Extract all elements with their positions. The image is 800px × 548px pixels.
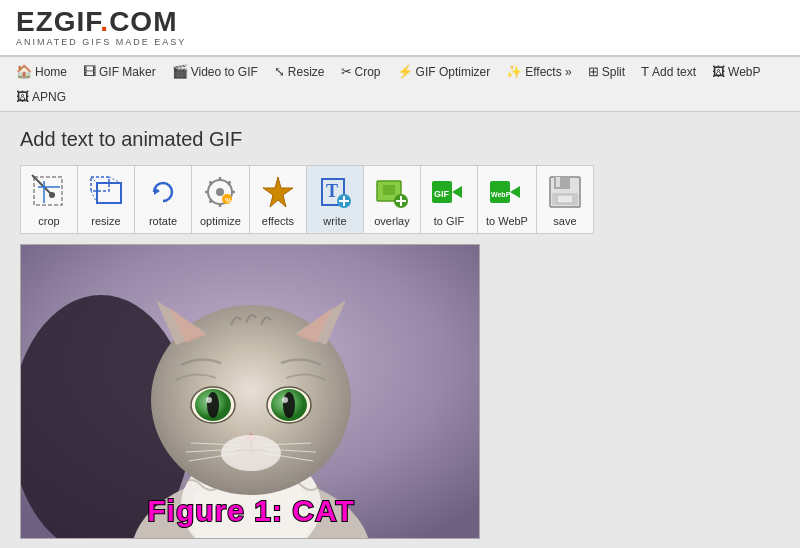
apng-icon: 🖼 — [16, 89, 29, 104]
crop-nav-icon: ✂ — [341, 64, 352, 79]
tool-resize[interactable]: resize — [78, 166, 135, 233]
effects-nav-icon: ✨ — [506, 64, 522, 79]
tool-optimize-label: optimize — [200, 215, 241, 227]
svg-point-58 — [206, 397, 212, 403]
nav-gif-optimizer[interactable]: ⚡ GIF Optimizer — [391, 61, 497, 82]
nav-add-text-label: Add text — [652, 65, 696, 79]
nav-resize-label: Resize — [288, 65, 325, 79]
nav-effects[interactable]: ✨ Effects » — [500, 61, 577, 82]
tool-effects-label: effects — [262, 215, 294, 227]
nav-add-text[interactable]: T Add text — [635, 61, 702, 82]
svg-line-1 — [32, 175, 52, 195]
tool-write-label: write — [323, 215, 346, 227]
write-tool-icon: T — [315, 172, 355, 212]
svg-marker-35 — [452, 186, 462, 198]
svg-text:%: % — [225, 196, 232, 205]
tool-crop[interactable]: crop — [21, 166, 78, 233]
svg-text:WebP: WebP — [491, 191, 511, 198]
nav-home-label: Home — [35, 65, 67, 79]
save-tool-icon — [545, 172, 585, 212]
tool-to-webp-label: to WebP — [486, 215, 528, 227]
page-title: Add text to animated GIF — [20, 128, 780, 151]
tool-effects[interactable]: effects — [250, 166, 307, 233]
svg-marker-38 — [510, 186, 520, 198]
nav-video-to-gif-label: Video to GIF — [191, 65, 258, 79]
svg-rect-42 — [556, 177, 560, 187]
image-preview: Figure 1: CAT — [20, 244, 480, 539]
tool-optimize[interactable]: % optimize — [192, 166, 250, 233]
resize-nav-icon: ⤡ — [274, 64, 285, 79]
svg-point-57 — [207, 392, 219, 418]
nav-split[interactable]: ⊞ Split — [582, 61, 631, 82]
to-webp-tool-icon: WebP — [487, 172, 527, 212]
resize-tool-icon — [86, 172, 126, 212]
gif-maker-icon: 🎞 — [83, 64, 96, 79]
logo[interactable]: EZGIF.COM — [16, 8, 784, 36]
svg-marker-10 — [154, 187, 160, 195]
navbar: 🏠 Home 🎞 GIF Maker 🎬 Video to GIF ⤡ Resi… — [0, 57, 800, 112]
svg-point-61 — [283, 392, 295, 418]
svg-text:T: T — [326, 181, 338, 201]
video-icon: 🎬 — [172, 64, 188, 79]
to-gif-tool-icon: GIF — [429, 172, 469, 212]
overlay-tool-icon — [372, 172, 412, 212]
tool-rotate-label: rotate — [149, 215, 177, 227]
logo-subtitle: ANIMATED GIFS MADE EASY — [16, 37, 784, 47]
tool-overlay[interactable]: overlay — [364, 166, 421, 233]
tool-to-webp[interactable]: WebP to WebP — [478, 166, 537, 233]
nav-split-label: Split — [602, 65, 625, 79]
svg-text:GIF: GIF — [434, 189, 450, 199]
nav-effects-label: Effects » — [525, 65, 571, 79]
split-icon: ⊞ — [588, 64, 599, 79]
nav-resize[interactable]: ⤡ Resize — [268, 61, 331, 82]
effects-tool-icon — [258, 172, 298, 212]
tool-save[interactable]: save — [537, 166, 593, 233]
optimizer-icon: ⚡ — [397, 64, 413, 79]
svg-marker-23 — [263, 177, 293, 207]
nav-webp-label: WebP — [728, 65, 760, 79]
svg-text:Figure 1: CAT: Figure 1: CAT — [147, 494, 354, 527]
nav-webp[interactable]: 🖼 WebP — [706, 61, 766, 82]
rotate-tool-icon — [143, 172, 183, 212]
tool-to-gif-label: to GIF — [434, 215, 465, 227]
nav-gif-maker-label: GIF Maker — [99, 65, 156, 79]
tool-resize-label: resize — [91, 215, 120, 227]
nav-crop[interactable]: ✂ Crop — [335, 61, 387, 82]
nav-crop-label: Crop — [355, 65, 381, 79]
svg-rect-30 — [383, 185, 395, 195]
cat-image-svg: Figure 1: CAT — [21, 245, 480, 539]
header: EZGIF.COM ANIMATED GIFS MADE EASY — [0, 0, 800, 57]
nav-apng-label: APNG — [32, 90, 66, 104]
svg-point-73 — [221, 435, 281, 471]
tool-rotate[interactable]: rotate — [135, 166, 192, 233]
svg-point-2 — [49, 192, 55, 198]
nav-apng[interactable]: 🖼 APNG — [10, 86, 72, 107]
home-icon: 🏠 — [16, 64, 32, 79]
nav-gif-optimizer-label: GIF Optimizer — [416, 65, 491, 79]
svg-point-12 — [216, 188, 224, 196]
optimize-tool-icon: % — [200, 172, 240, 212]
nav-gif-maker[interactable]: 🎞 GIF Maker — [77, 61, 162, 82]
crop-tool-icon — [29, 172, 69, 212]
nav-home[interactable]: 🏠 Home — [10, 61, 73, 82]
svg-rect-44 — [557, 195, 573, 203]
tool-save-label: save — [553, 215, 576, 227]
webp-icon: 🖼 — [712, 64, 725, 79]
add-text-icon: T — [641, 64, 649, 79]
tools-bar: crop resize rot — [20, 165, 594, 234]
nav-video-to-gif[interactable]: 🎬 Video to GIF — [166, 61, 264, 82]
tool-crop-label: crop — [38, 215, 59, 227]
tool-write[interactable]: T write — [307, 166, 364, 233]
tool-overlay-label: overlay — [374, 215, 409, 227]
main-content: Add text to animated GIF crop — [0, 112, 800, 548]
svg-point-62 — [282, 397, 288, 403]
tool-to-gif[interactable]: GIF to GIF — [421, 166, 478, 233]
